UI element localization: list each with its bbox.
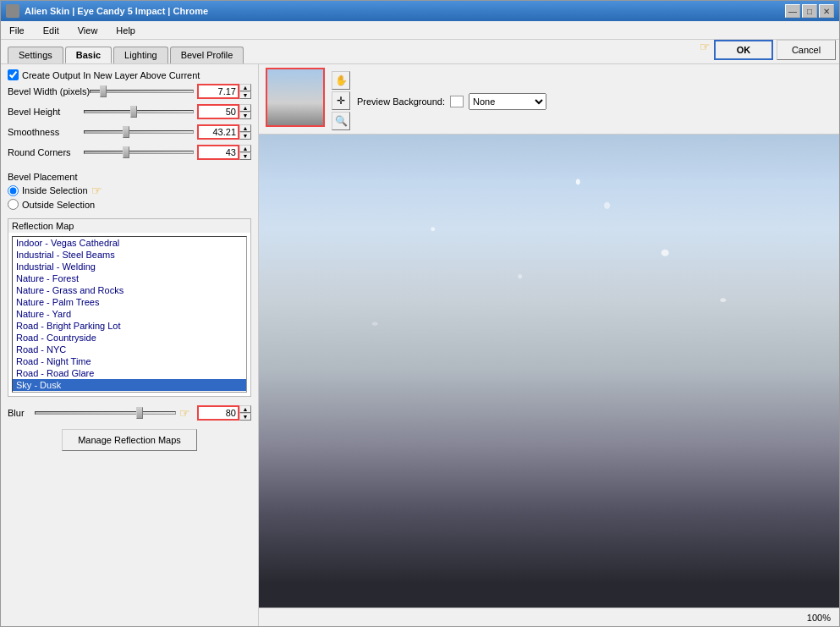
menu-view[interactable]: View	[73, 24, 103, 37]
smoothness-label: Smoothness	[8, 127, 84, 137]
bevel-height-spin-down[interactable]: ▼	[239, 112, 251, 119]
map-item-4[interactable]: Nature - Grass and Rocks	[13, 284, 246, 296]
smoothness-row: Smoothness ▲ ▼	[8, 124, 251, 140]
map-item-8[interactable]: Road - Countryside	[13, 332, 246, 344]
map-item-1[interactable]: Industrial - Steel Beams	[13, 249, 246, 261]
menu-bar: File Edit View Help	[1, 21, 839, 40]
map-item-6[interactable]: Nature - Yard	[13, 308, 246, 320]
map-item-12[interactable]: Sky - Dusk	[13, 379, 246, 391]
outside-selection-radio[interactable]	[8, 199, 19, 210]
smoothness-input[interactable]	[197, 124, 239, 140]
ok-button[interactable]: OK	[714, 40, 773, 60]
map-item-11[interactable]: Road - Road Glare	[13, 367, 246, 379]
blur-spinbox-container: ▲ ▼	[197, 405, 251, 421]
content-area: Create Output In New Layer Above Current…	[1, 64, 839, 626]
bevel-height-slider-thumb[interactable]	[130, 106, 137, 118]
blur-arrows: ▲ ▼	[239, 405, 251, 421]
round-corners-slider-track	[84, 151, 194, 154]
bevel-height-slider-track	[84, 110, 194, 113]
bevel-placement-label: Bevel Placement	[8, 172, 251, 182]
round-corners-slider-thumb[interactable]	[123, 146, 129, 158]
tab-bevel-profile[interactable]: Bevel Profile	[170, 47, 244, 63]
blur-pointer-icon: ☞	[179, 406, 190, 420]
bevel-height-slider-container	[84, 105, 194, 118]
bevel-height-input[interactable]	[197, 104, 239, 119]
smoothness-arrows: ▲ ▼	[239, 124, 251, 140]
title-bar: Alien Skin | Eye Candy 5 Impact | Chrome…	[1, 1, 839, 21]
round-corners-spin-up[interactable]: ▲	[239, 145, 251, 152]
round-corners-arrows: ▲ ▼	[239, 145, 251, 160]
maximize-button[interactable]: □	[802, 4, 817, 18]
bevel-width-spin-up[interactable]: ▲	[239, 84, 251, 91]
smoothness-spin-up[interactable]: ▲	[239, 124, 251, 132]
cancel-button[interactable]: Cancel	[777, 40, 836, 60]
bevel-width-label: Bevel Width (pixels)	[8, 86, 90, 96]
blur-row: Blur ☞ ▲ ▼	[8, 405, 251, 421]
create-output-checkbox-row: Create Output In New Layer Above Current	[8, 69, 251, 80]
round-corners-label: Round Corners	[8, 147, 84, 157]
blur-spin-up[interactable]: ▲	[239, 405, 251, 413]
bevel-width-arrows: ▲ ▼	[239, 84, 251, 99]
preview-bg-select[interactable]: None Black White Checkerboard	[469, 93, 546, 110]
map-item-5[interactable]: Nature - Palm Trees	[13, 296, 246, 308]
inside-selection-pointer: ☞	[91, 184, 102, 197]
menu-file[interactable]: File	[4, 24, 30, 37]
reflection-map-listbox[interactable]: Indoor - Vegas Cathedral Industrial - St…	[12, 236, 247, 393]
bevel-width-spin-down[interactable]: ▼	[239, 91, 251, 99]
bevel-height-arrows: ▲ ▼	[239, 104, 251, 119]
title-bar-controls: — □ ✕	[785, 4, 834, 18]
main-window: Alien Skin | Eye Candy 5 Impact | Chrome…	[0, 0, 840, 627]
bevel-height-spin-up[interactable]: ▲	[239, 104, 251, 112]
smoothness-spinbox-container: ▲ ▼	[197, 124, 251, 140]
blur-label: Blur	[8, 408, 31, 418]
smoothness-spin-down[interactable]: ▼	[239, 132, 251, 140]
map-item-7[interactable]: Road - Bright Parking Lot	[13, 320, 246, 332]
bevel-width-slider-thumb[interactable]	[100, 85, 107, 97]
crosshair-tool-button[interactable]: ✛	[332, 91, 350, 110]
round-corners-input[interactable]	[197, 145, 239, 160]
blur-input[interactable]	[197, 405, 239, 421]
tab-lighting[interactable]: Lighting	[113, 47, 168, 63]
blur-spin-down[interactable]: ▼	[239, 413, 251, 421]
main-preview	[259, 135, 839, 608]
bevel-width-row: Bevel Width (pixels) ▲ ▼	[8, 84, 251, 99]
ok-pointer-icon: ☞	[700, 40, 711, 60]
pan-tool-button[interactable]: ✋	[332, 71, 350, 90]
preview-tool-icons: ✋ ✛ 🔍	[332, 71, 350, 130]
create-output-checkbox[interactable]	[8, 69, 19, 80]
map-item-2[interactable]: Industrial - Welding	[13, 261, 246, 272]
map-item-0[interactable]: Indoor - Vegas Cathedral	[13, 237, 246, 249]
app-icon	[6, 4, 19, 18]
bevel-placement-section: Bevel Placement Inside Selection ☞ Outsi…	[8, 168, 251, 212]
bevel-width-input[interactable]	[197, 84, 239, 99]
manage-reflection-maps-button[interactable]: Manage Reflection Maps	[62, 429, 197, 451]
tab-settings[interactable]: Settings	[8, 47, 63, 63]
window-title: Alien Skin | Eye Candy 5 Impact | Chrome	[25, 6, 208, 16]
blur-slider-thumb[interactable]	[136, 407, 143, 419]
menu-help[interactable]: Help	[111, 24, 140, 37]
right-top-bar: ✋ ✛ 🔍 Preview Background: None Black Whi…	[259, 64, 839, 134]
map-item-3[interactable]: Nature - Forest	[13, 272, 246, 284]
reflection-map-label: Reflection Map	[8, 219, 250, 233]
create-output-label: Create Output In New Layer Above Current	[22, 70, 200, 80]
inside-selection-label: Inside Selection	[22, 185, 88, 195]
reflection-map-section: Reflection Map Indoor - Vegas Cathedral …	[8, 218, 251, 397]
minimize-button[interactable]: —	[785, 4, 800, 18]
blur-slider-container	[35, 406, 176, 420]
smoothness-slider-thumb[interactable]	[123, 126, 129, 138]
map-item-10[interactable]: Road - Night Time	[13, 355, 246, 367]
zoom-tool-button[interactable]: 🔍	[332, 112, 350, 130]
tab-basic[interactable]: Basic	[65, 47, 112, 63]
bevel-width-spinbox-container: ▲ ▼	[197, 84, 251, 99]
round-corners-row: Round Corners ▲ ▼	[8, 145, 251, 160]
tabs-bar: Settings Basic Lighting Bevel Profile	[4, 43, 249, 63]
outside-selection-row: Outside Selection	[8, 199, 251, 210]
map-item-9[interactable]: Road - NYC	[13, 344, 246, 355]
close-button[interactable]: ✕	[819, 4, 834, 18]
round-corners-spin-down[interactable]: ▼	[239, 152, 251, 160]
menu-edit[interactable]: Edit	[38, 24, 64, 37]
inside-selection-radio[interactable]	[8, 185, 19, 196]
bevel-width-slider-container	[90, 85, 194, 98]
title-bar-left: Alien Skin | Eye Candy 5 Impact | Chrome	[6, 4, 208, 18]
bevel-height-label: Bevel Height	[8, 107, 84, 117]
